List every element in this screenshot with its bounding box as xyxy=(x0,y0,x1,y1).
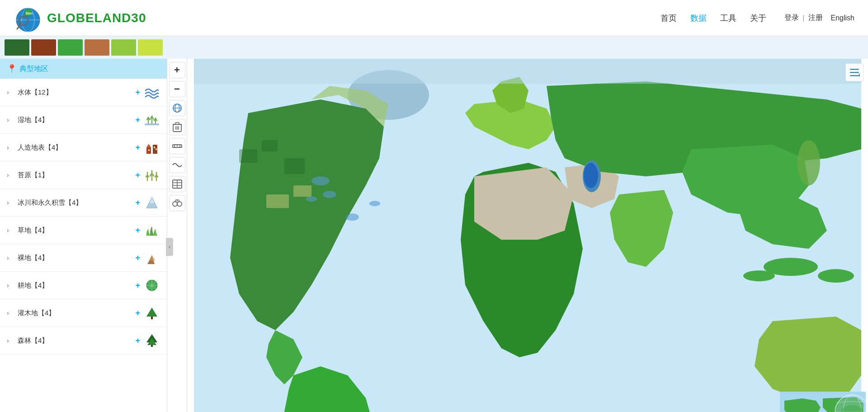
svg-point-42 xyxy=(177,202,182,206)
urban-icon xyxy=(144,139,160,156)
typical-region-label: 典型地区 xyxy=(19,64,48,74)
layer-name-forest: 森林【4】 xyxy=(18,336,132,345)
layer-add-water[interactable]: + xyxy=(135,88,140,97)
svg-point-57 xyxy=(345,213,359,221)
color-swatch-6[interactable] xyxy=(138,39,163,56)
nav-data[interactable]: 数据 xyxy=(690,13,707,24)
layer-list: › 水体【12】 + › 湿地【4】 + › 人造地表【4】 + xyxy=(0,79,167,412)
layer-add-grassland[interactable]: + xyxy=(135,226,140,235)
logo-area: 30m GLOBELAND30 xyxy=(14,4,146,33)
bareland-icon xyxy=(144,250,160,266)
expand-icon-water: › xyxy=(7,89,14,96)
mini-globe xyxy=(780,392,866,412)
nav-home[interactable]: 首页 xyxy=(660,13,677,24)
register-button[interactable]: 注册 xyxy=(808,13,823,23)
nav: 首页 数据 工具 关于 xyxy=(660,13,766,24)
wetland-icon xyxy=(144,112,160,128)
binoculars-tool-button[interactable] xyxy=(169,195,185,211)
tundra-icon xyxy=(144,167,160,183)
layer-item-wetland[interactable]: › 湿地【4】 + xyxy=(0,106,167,134)
table-tool-button[interactable] xyxy=(169,176,185,192)
nav-about[interactable]: 关于 xyxy=(750,13,766,24)
layer-add-cropland[interactable]: + xyxy=(135,281,140,290)
layer-item-grassland[interactable]: › 草地【4】 + xyxy=(0,217,167,244)
layer-add-urban[interactable]: + xyxy=(135,143,140,152)
layer-add-wetland[interactable]: + xyxy=(135,115,140,125)
expand-icon-cropland: › xyxy=(7,282,14,289)
collapse-button[interactable]: ‹ xyxy=(166,238,173,256)
map-toolbar: + − xyxy=(167,59,187,412)
delete-tool-button[interactable] xyxy=(169,119,185,135)
map-area: + − xyxy=(167,59,868,412)
svg-marker-13 xyxy=(146,144,151,147)
layer-add-glacier[interactable]: + xyxy=(135,198,140,208)
svg-rect-54 xyxy=(284,158,305,174)
login-button[interactable]: 登录 xyxy=(784,13,799,23)
layer-item-forest[interactable]: › 森林【4】 + xyxy=(0,327,167,355)
svg-point-61 xyxy=(306,196,317,202)
svg-rect-51 xyxy=(194,59,861,84)
svg-point-41 xyxy=(173,202,177,206)
layer-name-tundra: 苔原【1】 xyxy=(18,171,132,180)
layer-item-water[interactable]: › 水体【12】 + xyxy=(0,79,167,106)
color-swatch-3[interactable] xyxy=(58,39,83,56)
svg-rect-9 xyxy=(148,149,150,151)
svg-rect-56 xyxy=(293,185,311,197)
layer-item-glacier[interactable]: › 冰川和永久积雪【4】 + xyxy=(0,189,167,217)
svg-marker-17 xyxy=(149,255,156,260)
zoom-out-button[interactable]: − xyxy=(169,81,185,97)
water-icon xyxy=(144,84,160,100)
svg-point-48 xyxy=(743,270,775,281)
layer-item-shrubland[interactable]: › 灌木地【4】 + xyxy=(0,299,167,327)
color-swatch-2[interactable] xyxy=(31,39,56,56)
layer-name-shrubland: 灌木地【4】 xyxy=(18,309,132,317)
forest-icon xyxy=(144,332,160,349)
svg-rect-23 xyxy=(151,345,153,347)
svg-rect-29 xyxy=(175,123,179,124)
location-icon: 📍 xyxy=(7,64,17,74)
language-button[interactable]: English xyxy=(831,14,854,22)
expand-icon-tundra: › xyxy=(7,171,14,179)
glacier-icon xyxy=(144,194,160,211)
map-canvas[interactable] xyxy=(187,59,868,412)
color-swatch-1[interactable] xyxy=(5,39,29,56)
main: 📍 典型地区 › 水体【12】 + › 湿地【4】 + xyxy=(0,59,868,412)
expand-icon-forest: › xyxy=(7,337,14,344)
logo-icon: 30m xyxy=(14,4,42,33)
waypoint-tool-button[interactable] xyxy=(169,157,185,173)
layer-item-urban[interactable]: › 人造地表【4】 + xyxy=(0,134,167,161)
layer-add-shrubland[interactable]: + xyxy=(135,308,140,318)
grassland-icon xyxy=(144,222,160,238)
expand-icon-urban: › xyxy=(7,144,14,151)
sidebar: 📍 典型地区 › 水体【12】 + › 湿地【4】 + xyxy=(0,59,167,412)
color-swatch-4[interactable] xyxy=(85,39,109,56)
measure-tool-button[interactable] xyxy=(169,138,185,154)
world-map xyxy=(187,59,868,412)
logo-text: GLOBELAND30 xyxy=(47,11,146,25)
layer-add-bareland[interactable]: + xyxy=(135,253,140,263)
layer-item-tundra[interactable]: › 苔原【1】 + xyxy=(0,161,167,189)
globe-tool-button[interactable] xyxy=(169,100,185,116)
svg-rect-52 xyxy=(239,149,257,163)
svg-rect-65 xyxy=(850,72,859,73)
typical-region[interactable]: 📍 典型地区 xyxy=(0,59,167,79)
layer-name-urban: 人造地表【4】 xyxy=(18,143,132,152)
zoom-in-button[interactable]: + xyxy=(169,62,185,78)
svg-rect-53 xyxy=(262,140,278,152)
cropland-icon xyxy=(144,277,160,294)
auth-area: 登录 | 注册 English xyxy=(784,13,854,23)
svg-text:30m: 30m xyxy=(25,11,33,15)
layer-item-bareland[interactable]: › 裸地【4】 + xyxy=(0,244,167,272)
svg-point-49 xyxy=(797,140,820,185)
layer-name-cropland: 耕地【4】 xyxy=(18,281,132,290)
layer-add-tundra[interactable]: + xyxy=(135,170,140,180)
color-swatch-5[interactable] xyxy=(111,39,136,56)
svg-rect-12 xyxy=(156,148,157,150)
nav-tools[interactable]: 工具 xyxy=(720,13,736,24)
layer-toggle-button[interactable] xyxy=(845,63,863,81)
layer-add-forest[interactable]: + xyxy=(135,336,140,346)
svg-marker-67 xyxy=(859,73,860,77)
expand-icon-glacier: › xyxy=(7,199,14,206)
layer-name-wetland: 湿地【4】 xyxy=(18,116,132,124)
layer-item-cropland[interactable]: › 耕地【4】 + xyxy=(0,272,167,299)
